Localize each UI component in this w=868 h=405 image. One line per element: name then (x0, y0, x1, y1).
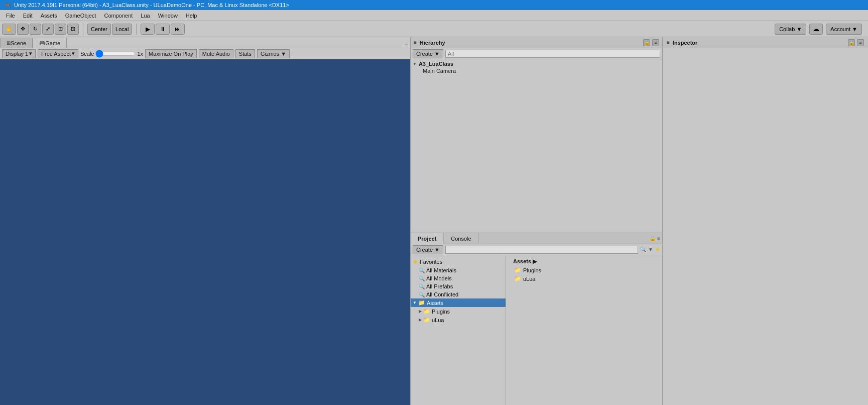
ulua-asset-label: uLua (523, 276, 535, 282)
assets-right-header: Assets ▶ (510, 257, 658, 266)
gizmos-dropdown[interactable]: Gizmos ▼ (257, 49, 290, 58)
aspect-dropdown[interactable]: Free Aspect ▾ (38, 49, 78, 58)
scene-game-tabs: ⊞ Scene 🎮 Game ≡ (0, 37, 410, 48)
display-dropdown[interactable]: Display 1 ▾ (2, 49, 36, 58)
menu-file[interactable]: File (2, 12, 19, 20)
project-lock-icon[interactable]: 🔒 (650, 236, 656, 241)
project-tree: ★ Favorites 🔍 All Materials 🔍 All Models… (411, 255, 506, 405)
game-tab-label: Game (45, 40, 60, 46)
scene-tab[interactable]: ⊞ Scene (0, 38, 33, 48)
project-panel-controls: 🔒 ≡ (650, 236, 662, 241)
scale-slider[interactable] (95, 51, 136, 56)
hierarchy-panel: ≡ Hierarchy 🔒 ≡ Create ▼ ▼ A3_LuaClass (411, 37, 662, 233)
inspector-content (663, 48, 868, 405)
hierarchy-search-input[interactable] (445, 50, 660, 58)
unity-icon: 🎮 (4, 2, 11, 9)
assets-root-item[interactable]: ▼ 📁 Assets (411, 298, 506, 307)
toolbar-sep-1 (83, 24, 83, 35)
hierarchy-toolbar: Create ▼ (411, 48, 662, 59)
inspector-lock-btn[interactable]: 🔒 (848, 39, 855, 46)
ulua-asset-item[interactable]: 📁 uLua (510, 274, 658, 283)
playback-group: ▶ ⏸ ⏭ (141, 24, 185, 35)
plugins-tree-item[interactable]: ▶ 📁 Plugins (411, 307, 506, 316)
console-tab[interactable]: Console (444, 233, 478, 244)
hierarchy-scene-root[interactable]: ▼ A3_LuaClass (411, 60, 662, 67)
menu-window[interactable]: Window (154, 12, 182, 20)
title-text: Unity 2017.4.19f1 Personal (64bit) - A3_… (14, 2, 289, 8)
menu-help[interactable]: Help (182, 12, 201, 20)
assets-expand-arrow: ▼ (413, 300, 417, 305)
filter-icon[interactable]: ▼ (648, 247, 653, 252)
project-assets-view: Assets ▶ 📁 Plugins 📁 uLua (506, 255, 662, 405)
pause-button[interactable]: ⏸ (156, 24, 170, 35)
rect-tool-button[interactable]: ⊡ (55, 24, 66, 35)
local-button[interactable]: Local (112, 24, 132, 35)
game-toolbar: Display 1 ▾ Free Aspect ▾ Scale 1x Maxim… (0, 48, 410, 59)
all-conflicted-item[interactable]: 🔍 All Conflicted (411, 290, 506, 298)
hand-tool-button[interactable]: ✋ (2, 24, 16, 35)
collab-button[interactable]: Collab ▼ (775, 24, 806, 35)
hierarchy-title: Hierarchy (420, 40, 445, 46)
scale-tool-button[interactable]: ⤢ (42, 24, 54, 35)
move-tool-button[interactable]: ✥ (17, 24, 29, 35)
all-materials-item[interactable]: 🔍 All Materials (411, 266, 506, 274)
menu-assets[interactable]: Assets (37, 12, 61, 20)
hierarchy-main-camera[interactable]: Main Camera (411, 67, 662, 74)
hierarchy-create-dropdown[interactable]: Create ▼ (413, 49, 443, 58)
project-search-input[interactable] (445, 246, 638, 254)
inspector-panel: ≡ Inspector 🔒 ≡ (663, 37, 868, 405)
project-tab-label: Project (418, 236, 436, 242)
favorites-header[interactable]: ★ Favorites (411, 257, 506, 266)
hierarchy-controls: 🔒 ≡ (643, 39, 659, 46)
menu-edit[interactable]: Edit (19, 12, 37, 20)
panel-lock-controls: ≡ (405, 42, 410, 48)
menu-gameobject[interactable]: GameObject (61, 12, 100, 20)
favorites-label: Favorites (420, 259, 442, 265)
console-tab-label: Console (451, 236, 471, 242)
assets-label: Assets (427, 300, 443, 306)
gizmos-label: Gizmos ▼ (261, 51, 286, 57)
hierarchy-lock-btn[interactable]: 🔒 (643, 39, 650, 46)
all-models-icon: 🔍 (419, 276, 425, 281)
assets-folder-icon: 📁 (418, 299, 425, 306)
game-tab[interactable]: 🎮 Game (33, 38, 67, 48)
plugins-asset-label: Plugins (523, 267, 541, 273)
transform-tool-button[interactable]: ⊞ (67, 24, 79, 35)
all-conflicted-icon: 🔍 (419, 292, 425, 297)
ulua-tree-item[interactable]: ▶ 📁 uLua (411, 316, 506, 324)
all-prefabs-item[interactable]: 🔍 All Prefabs (411, 282, 506, 290)
ulua-asset-folder-icon: 📁 (514, 275, 521, 282)
all-materials-label: All Materials (426, 267, 456, 273)
transform-tools-group: ✋ ✥ ↻ ⤢ ⊡ ⊞ (2, 24, 79, 35)
project-tab[interactable]: Project (411, 233, 444, 244)
project-toolbar: Create ▼ 🔍 ▼ ★ (411, 244, 662, 255)
panel-options-icon[interactable]: ≡ (405, 42, 408, 48)
menu-lua[interactable]: Lua (137, 12, 154, 20)
hierarchy-create-label: Create ▼ (416, 51, 440, 57)
project-options-icon[interactable]: ≡ (657, 236, 660, 241)
maximize-on-play-button[interactable]: Maximize On Play (145, 49, 197, 58)
all-models-item[interactable]: 🔍 All Models (411, 274, 506, 282)
plugins-asset-item[interactable]: 📁 Plugins (510, 266, 658, 274)
menu-component[interactable]: Component (100, 12, 137, 20)
plugins-arrow: ▶ (419, 309, 422, 314)
cloud-button[interactable]: ☁ (809, 24, 823, 35)
display-label: Display 1 (6, 51, 28, 57)
account-button[interactable]: Account ▼ (826, 24, 862, 35)
rotate-tool-button[interactable]: ↻ (30, 24, 41, 35)
inspector-title: Inspector (673, 40, 698, 46)
stats-button[interactable]: Stats (235, 49, 255, 58)
step-button[interactable]: ⏭ (171, 24, 185, 35)
mute-audio-button[interactable]: Mute Audio (199, 49, 233, 58)
menu-bar: File Edit Assets GameObject Component Lu… (0, 10, 868, 21)
hierarchy-options-btn[interactable]: ≡ (652, 39, 659, 46)
inspector-options-btn[interactable]: ≡ (857, 39, 864, 46)
center-button[interactable]: Center (87, 24, 111, 35)
project-create-dropdown[interactable]: Create ▼ (413, 245, 443, 254)
star-filter-icon[interactable]: ★ (655, 246, 660, 253)
camera-label: Main Camera (423, 68, 456, 74)
project-content: ★ Favorites 🔍 All Materials 🔍 All Models… (411, 255, 662, 405)
play-button[interactable]: ▶ (141, 24, 155, 35)
scale-label: Scale (80, 51, 94, 57)
toolbar: ✋ ✥ ↻ ⤢ ⊡ ⊞ Center Local ▶ ⏸ ⏭ Collab ▼ … (0, 21, 868, 37)
